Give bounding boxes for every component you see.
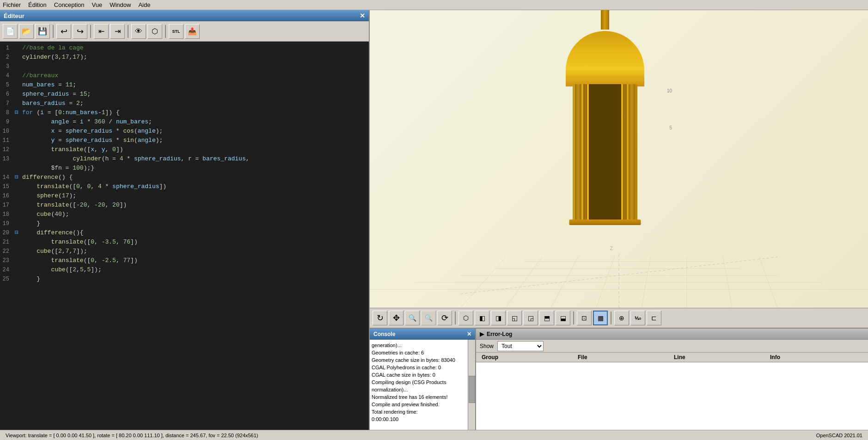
cage-bar-4 [629,84,635,223]
toolbar-separator-1 [53,25,54,38]
code-line-22: 22 cube([2,7,7]); [0,247,369,256]
undo-button[interactable]: ↩ [56,24,71,39]
menu-window[interactable]: Window [110,1,131,8]
console-close-button[interactable]: ✕ [467,331,471,337]
code-line-16: 16 sphere(17); [0,191,369,201]
indent-more-button[interactable]: ⇥ [110,24,125,39]
viewport-toolbar: ↻ ✥ 🔍 🔍 ⟳ ⬡ ◧ ◨ ◱ ◲ ⬒ ⬓ ⊡ ▦ ⊕ ⅒ ⊏ [370,308,868,328]
app-version: OpenSCAD 2021.01 [816,433,862,438]
code-line-15: 15 translate([0, 0, 4 * sphere_radius]) [0,182,369,191]
vp-back-button[interactable]: ◨ [491,311,506,325]
export-button[interactable]: 📤 [185,24,200,39]
errorlog-title: Error-Log [487,331,512,337]
code-line-25: 25 } [0,275,369,284]
console-line-6: Compiling design (CSG Products normaliza… [372,379,473,393]
errorlog-col-line: Line [672,354,768,361]
menu-conception[interactable]: Conception [54,1,85,8]
console-scroll-thumb[interactable] [469,376,475,403]
vp-right-button[interactable]: ◲ [523,311,538,325]
errorlog-expand-icon[interactable]: ▶ [480,331,484,337]
console-line-2: Geometries in cache: 6 [372,349,473,356]
new-button[interactable]: 📄 [3,24,18,39]
code-line-18: 18 cube(40); [0,210,369,219]
code-line-17: 17 translate([-20, -20, 20]) [0,201,369,210]
errorlog-filter-select[interactable]: Tout Errors Warnings Info [497,341,544,351]
vp-top-button[interactable]: ⬒ [539,311,554,325]
export-stl-button[interactable]: STL [169,24,183,39]
code-line-9: 9 angle = i * 360 / num_bares; [0,117,369,127]
code-line-7: 7 bares_radius = 2; [0,99,369,108]
vp-wireframe-button[interactable]: ⊡ [577,311,592,325]
errorlog-col-group: Group [480,354,576,361]
vp-rotate-button[interactable]: ↻ [373,311,387,325]
render-button[interactable]: ⬡ [147,24,162,39]
viewport-3d[interactable]: z [370,10,868,308]
errorlog-toolbar: Show Tout Errors Warnings Info [476,340,868,353]
vp-reset-button[interactable]: ⟳ [437,311,452,325]
vp-surface-button[interactable]: ▦ [593,311,608,325]
errorlog-col-info: Info [768,354,864,361]
console-line-4: CGAL Polyhedrons in cache: 0 [372,364,473,371]
vp-left-button[interactable]: ◱ [507,311,522,325]
preview-button[interactable]: 👁 [131,24,146,39]
console-title: Console [373,331,395,337]
errorlog-table-header: Group File Line Info [476,353,868,362]
code-line-13: 13 cylinder(h = 4 * sphere_radius, r = b… [0,154,369,164]
bottom-panels: Console ✕ generation)... Geometries in c… [370,328,868,430]
menu-fichier[interactable]: Fichier [3,1,21,8]
editor-panel: Éditeur ✕ 📄 📂 💾 ↩ ↪ ⇤ ⇥ 👁 ⬡ STL 📤 1 [0,10,370,430]
menu-aide[interactable]: Aide [138,1,150,8]
code-line-21: 21 translate([0, -3.5, 76]) [0,238,369,247]
code-editor[interactable]: 1 //base de la cage 2 cylinder(3,17,17);… [0,42,369,430]
vp-axes-button[interactable]: ⊕ [614,311,629,325]
cage-bar-3 [623,84,627,223]
code-line-10: 10 x = sphere_radius * cos(angle); [0,127,369,136]
scale-mark-1: 5 [669,125,672,130]
console-line-8: Compile and preview finished. [372,401,473,408]
vp-zoom-out-button[interactable]: 🔍 [421,311,436,325]
console-line-7: Normalized tree has 16 elements! [372,393,473,401]
console-titlebar: Console ✕ [370,329,475,340]
cage-bar-2 [583,84,587,223]
console-content: generation)... Geometries in cache: 6 Ge… [370,340,475,430]
ground-grid-svg: z [370,215,868,308]
open-button[interactable]: 📂 [19,24,34,39]
save-button[interactable]: 💾 [35,24,50,39]
indent-less-button[interactable]: ⇤ [94,24,109,39]
code-line-14: 14 ⊟ difference() { [0,173,369,182]
errorlog-titlebar: ▶ Error-Log [476,329,868,340]
code-line-5: 5 num_bares = 11; [0,80,369,90]
vp-bottom-button[interactable]: ⬓ [556,311,570,325]
code-line-19: 19 } [0,219,369,228]
console-scrollbar[interactable] [468,340,475,430]
vp-view3d-button[interactable]: ⬡ [458,311,473,325]
code-line-12: 12 translate([x, y, 0]) [0,145,369,154]
errorlog-panel: ▶ Error-Log Show Tout Errors Warnings In… [476,329,868,430]
toolbar-separator-3 [128,25,128,38]
menu-vue[interactable]: Vue [92,1,103,8]
errorlog-content [476,362,868,430]
code-line-1: 1 //base de la cage [0,43,369,53]
editor-close-button[interactable]: ✕ [360,12,365,19]
console-line-10: 0:00:00.100 [372,416,473,423]
vp-scale-button[interactable]: ⅒ [630,311,645,325]
code-line-11: 11 y = sphere_radius * sin(angle); [0,136,369,145]
console-line-5: CGAL cache size in bytes: 0 [372,371,473,379]
vp-fit-button[interactable]: ⊏ [647,311,661,325]
vp-zoom-in-button[interactable]: 🔍 [405,311,420,325]
cage-base [569,220,641,225]
code-line-13b: $fn = 100);} [0,164,369,173]
editor-title: Éditeur [4,12,24,19]
cage-dome [566,31,644,86]
menu-edition[interactable]: Édition [28,1,47,8]
vp-separator-3 [611,312,611,324]
vp-pan-button[interactable]: ✥ [389,311,403,325]
errorlog-show-label: Show [480,343,494,349]
cage-body [573,84,637,223]
vp-front-button[interactable]: ◧ [475,311,489,325]
redo-button[interactable]: ↪ [73,24,87,39]
console-line-9: Total rendering time: [372,408,473,416]
code-line-6: 6 sphere_radius = 15; [0,90,369,99]
code-line-24: 24 cube([2,5,5]); [0,265,369,275]
errorlog-col-file: File [576,354,672,361]
